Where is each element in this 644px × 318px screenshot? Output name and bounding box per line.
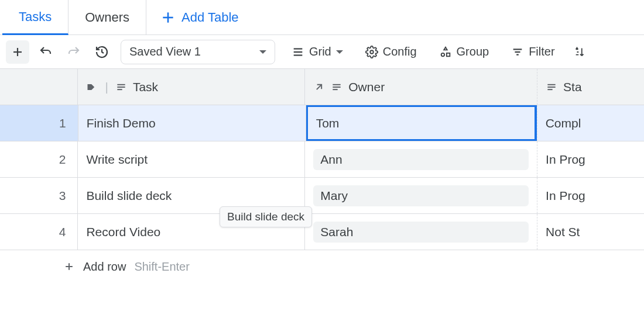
column-header-owner[interactable]: Owner — [305, 69, 537, 105]
add-row-hint: Shift-Enter — [134, 260, 189, 274]
task-column-label: Task — [133, 80, 158, 94]
svg-rect-10 — [446, 53, 450, 56]
filter-label: Filter — [529, 45, 554, 58]
table-row[interactable]: 1 Finish Demo Tom Compl — [0, 105, 644, 141]
column-header-task[interactable]: | Task — [78, 69, 305, 105]
redo-button[interactable] — [62, 40, 85, 64]
filter-icon — [511, 46, 524, 58]
tabs-bar: Tasks Owners Add Table — [0, 0, 644, 35]
cell-task[interactable]: Build slide deck — [78, 178, 305, 213]
undo-button[interactable] — [34, 40, 57, 64]
text-lines-icon — [546, 81, 557, 93]
svg-marker-8 — [444, 47, 447, 50]
row-number[interactable]: 1 — [0, 105, 78, 141]
owner-column-label: Owner — [348, 80, 385, 94]
group-icon — [439, 46, 452, 58]
table-row[interactable]: 4 Record Video Sarah Not St — [0, 214, 644, 250]
table-header-row: | Task Owner Sta — [0, 69, 644, 105]
add-table-button[interactable]: Add Table — [146, 10, 252, 25]
row-number[interactable]: 4 — [0, 214, 78, 250]
svg-line-17 — [317, 84, 321, 89]
saved-view-dropdown[interactable]: Saved View 1 — [121, 40, 275, 64]
group-label: Group — [457, 45, 489, 58]
add-button[interactable] — [6, 40, 29, 64]
group-button[interactable]: Group — [433, 40, 495, 64]
row-number[interactable]: 3 — [0, 178, 78, 213]
history-button[interactable] — [90, 40, 114, 64]
cell-status[interactable]: Compl — [537, 105, 644, 141]
toolbar: Saved View 1 Grid Config Group Filter — [0, 35, 644, 69]
cell-status[interactable]: In Prog — [537, 141, 644, 177]
tab-owners[interactable]: Owners — [68, 0, 146, 35]
sort-az-icon — [574, 46, 587, 58]
add-row-button[interactable]: Add row Shift-Enter — [0, 250, 644, 283]
column-header-status[interactable]: Sta — [537, 69, 644, 105]
cell-task[interactable]: Write script — [78, 141, 305, 177]
table-row[interactable]: 3 Build slide deck Mary In Prog — [0, 178, 644, 214]
text-lines-icon — [115, 81, 127, 93]
data-table: | Task Owner Sta 1 Finish Demo Tom Compl… — [0, 69, 644, 283]
plus-icon — [11, 45, 25, 59]
undo-icon — [39, 45, 53, 59]
chevron-down-icon — [259, 50, 266, 54]
add-row-label: Add row — [83, 260, 126, 274]
tab-tasks[interactable]: Tasks — [2, 0, 68, 35]
cell-owner[interactable]: Sarah — [305, 214, 537, 250]
gear-icon — [365, 46, 378, 58]
tag-icon — [86, 81, 98, 93]
cell-status[interactable]: Not St — [537, 214, 644, 250]
cell-owner[interactable]: Mary — [305, 178, 537, 213]
config-button[interactable]: Config — [359, 40, 423, 64]
chevron-down-icon — [336, 50, 343, 54]
add-table-label: Add Table — [181, 10, 238, 25]
cell-owner[interactable]: Ann — [305, 141, 537, 177]
text-lines-icon — [331, 81, 342, 93]
plus-icon — [63, 261, 75, 272]
saved-view-label: Saved View 1 — [129, 45, 201, 58]
grid-mode-button[interactable]: Grid — [286, 40, 349, 64]
row-number[interactable]: 2 — [0, 141, 78, 177]
cell-task[interactable]: Finish Demo — [78, 105, 306, 141]
sort-button[interactable] — [568, 40, 592, 64]
history-icon — [95, 45, 109, 59]
grid-label: Grid — [309, 45, 331, 58]
redo-icon — [67, 45, 81, 59]
filter-button[interactable]: Filter — [505, 40, 560, 64]
cell-status[interactable]: In Prog — [537, 178, 644, 213]
status-column-label: Sta — [563, 80, 582, 94]
svg-point-7 — [370, 50, 374, 54]
cell-task[interactable]: Record Video — [78, 214, 305, 250]
row-number-header[interactable] — [0, 69, 78, 105]
arrow-up-right-icon — [313, 81, 325, 93]
plus-icon — [160, 10, 176, 25]
config-label: Config — [383, 45, 417, 58]
cell-owner[interactable]: Tom — [306, 105, 537, 141]
list-icon — [292, 46, 304, 58]
svg-point-9 — [441, 53, 444, 56]
table-row[interactable]: 2 Write script Ann In Prog — [0, 141, 644, 178]
